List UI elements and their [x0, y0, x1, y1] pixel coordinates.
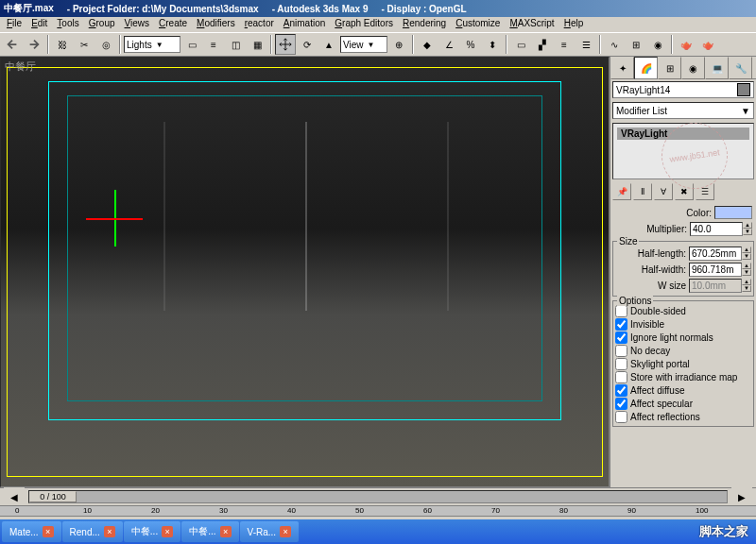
close-icon[interactable]: × — [280, 526, 291, 537]
scene-render — [1, 58, 609, 486]
refcoord-dropdown[interactable]: View▼ — [340, 36, 387, 53]
mirror-button[interactable]: ▞ — [532, 34, 553, 55]
w-size-label: W size — [615, 280, 686, 291]
tab-create[interactable]: ✦ — [610, 57, 634, 79]
double-sided-checkbox[interactable] — [615, 305, 627, 317]
close-icon[interactable]: × — [104, 526, 115, 537]
menu-grapheditors[interactable]: Graph Editors — [330, 17, 398, 32]
object-name-field[interactable]: VRayLight14 — [612, 81, 754, 98]
timeslider-prev[interactable]: ◀ — [4, 486, 25, 507]
affect-diffuse-checkbox[interactable] — [615, 384, 627, 397]
tab-modify[interactable]: 🌈 — [634, 57, 658, 79]
object-color-swatch[interactable] — [737, 83, 750, 96]
configure-button[interactable]: ☰ — [696, 183, 714, 200]
select-button[interactable]: ▭ — [181, 34, 202, 55]
no-decay-checkbox[interactable] — [615, 345, 627, 357]
tab-display[interactable]: 💻 — [705, 57, 729, 79]
menu-tools[interactable]: Tools — [52, 17, 83, 32]
footer-watermark: 脚本之家 — [699, 523, 748, 540]
timeslider-next[interactable]: ▶ — [731, 486, 752, 507]
w-size-spinner: ▲▼ — [742, 279, 751, 292]
invisible-checkbox[interactable] — [615, 318, 627, 331]
named-sel-button[interactable]: ▭ — [510, 34, 531, 55]
select-name-button[interactable]: ≡ — [203, 34, 224, 55]
menu-reactor[interactable]: reactor — [240, 17, 279, 32]
menu-group[interactable]: Group — [84, 17, 120, 32]
taskbar-item-3[interactable]: 中餐...× — [124, 521, 180, 542]
modifier-list-dropdown[interactable]: Modifier List▼ — [612, 102, 754, 119]
undo-button[interactable] — [2, 34, 23, 55]
window-crossing-button[interactable]: ▦ — [247, 34, 267, 55]
color-swatch[interactable] — [714, 206, 752, 219]
remove-mod-button[interactable]: ✖ — [675, 183, 694, 200]
align-button[interactable]: ≡ — [554, 34, 575, 55]
affect-reflect-checkbox[interactable] — [615, 411, 627, 423]
half-width-field[interactable]: 960.718m — [689, 263, 742, 277]
pivot-button[interactable]: ⊕ — [388, 34, 409, 55]
link-button[interactable]: ⛓ — [52, 34, 73, 55]
w-size-field: 10.0mm — [689, 279, 742, 293]
move-gizmo-icon[interactable] — [114, 190, 116, 246]
half-length-spinner[interactable]: ▲▼ — [742, 246, 751, 260]
menu-edit[interactable]: Edit — [26, 17, 52, 32]
ignore-normals-checkbox[interactable] — [615, 332, 627, 344]
spinner-snap-button[interactable]: ⬍ — [482, 34, 503, 55]
menu-rendering[interactable]: Rendering — [398, 17, 451, 32]
redo-button[interactable] — [24, 34, 44, 55]
menu-create[interactable]: Create — [154, 17, 192, 32]
multiplier-field[interactable]: 40.0 — [690, 222, 743, 236]
menu-customize[interactable]: Customize — [451, 17, 505, 32]
unique-button[interactable]: ∀ — [654, 183, 673, 200]
close-icon[interactable]: × — [43, 526, 54, 537]
taskbar-item-1[interactable]: Mate...× — [2, 521, 61, 542]
select-region-button[interactable]: ◫ — [225, 34, 246, 55]
half-width-spinner[interactable]: ▲▼ — [742, 263, 751, 276]
close-icon[interactable]: × — [220, 526, 232, 537]
selection-filter-dropdown[interactable]: Lights▼ — [124, 36, 180, 53]
quick-render-button[interactable]: 🫖 — [697, 34, 718, 55]
menu-file[interactable]: File — [2, 17, 26, 32]
viewport[interactable]: 中餐厅 — [0, 57, 610, 487]
menu-animation[interactable]: Animation — [279, 17, 330, 32]
menu-maxscript[interactable]: MAXScript — [505, 17, 558, 32]
show-end-button[interactable]: Ⅱ — [633, 183, 652, 200]
half-length-label: Half-length: — [615, 248, 686, 259]
time-thumb[interactable]: 0 / 100 — [29, 491, 77, 502]
render-scene-button[interactable]: 🫖 — [676, 34, 696, 55]
tab-hierarchy[interactable]: ⊞ — [658, 57, 681, 79]
layers-button[interactable]: ☰ — [576, 34, 596, 55]
taskbar-item-5[interactable]: V-Ra...× — [240, 521, 300, 542]
track-bar[interactable]: 0 10 20 30 40 50 60 70 80 90 100 — [0, 505, 756, 517]
scale-button[interactable]: ▲ — [318, 34, 339, 55]
taskbar-item-4[interactable]: 中餐...× — [181, 521, 238, 542]
menu-modifiers[interactable]: Modifiers — [192, 17, 240, 32]
angle-snap-button[interactable]: ∠ — [438, 34, 459, 55]
skylight-checkbox[interactable] — [615, 358, 627, 370]
command-panel: ✦ 🌈 ⊞ ◉ 💻 🔧 VRayLight14 Modifier List▼ V… — [610, 57, 756, 487]
affect-specular-checkbox[interactable] — [615, 398, 627, 410]
unlink-button[interactable]: ✂ — [74, 34, 94, 55]
pin-stack-button[interactable]: 📌 — [612, 183, 631, 200]
tab-utilities[interactable]: 🔧 — [729, 57, 752, 79]
rotate-button[interactable]: ⟳ — [297, 34, 318, 55]
curve-editor-button[interactable]: ∿ — [604, 34, 625, 55]
multiplier-spinner[interactable]: ▲▼ — [743, 222, 752, 235]
modifier-stack[interactable]: VRayLight — [612, 123, 754, 179]
move-button[interactable] — [275, 34, 296, 55]
percent-snap-button[interactable]: % — [460, 34, 481, 55]
title-bar: 中餐厅.max - Project Folder: d:\My Document… — [0, 0, 756, 17]
bind-button[interactable]: ◎ — [95, 34, 116, 55]
time-slider[interactable]: ◀ 0 / 100 ▶ — [0, 488, 756, 505]
half-length-field[interactable]: 670.25mm — [689, 246, 742, 261]
stack-item-vraylight[interactable]: VRayLight — [617, 128, 749, 140]
schematic-button[interactable]: ⊞ — [626, 34, 646, 55]
material-editor-button[interactable]: ◉ — [647, 34, 668, 55]
store-irradiance-checkbox[interactable] — [615, 371, 627, 383]
title-app: - Autodesk 3ds Max 9 — [272, 4, 369, 14]
close-icon[interactable]: × — [162, 526, 173, 537]
menu-help[interactable]: Help — [559, 17, 589, 32]
tab-motion[interactable]: ◉ — [681, 57, 705, 79]
snap-button[interactable]: ◆ — [417, 34, 438, 55]
menu-views[interactable]: Views — [120, 17, 155, 32]
taskbar-item-2[interactable]: Rend...× — [62, 521, 123, 542]
